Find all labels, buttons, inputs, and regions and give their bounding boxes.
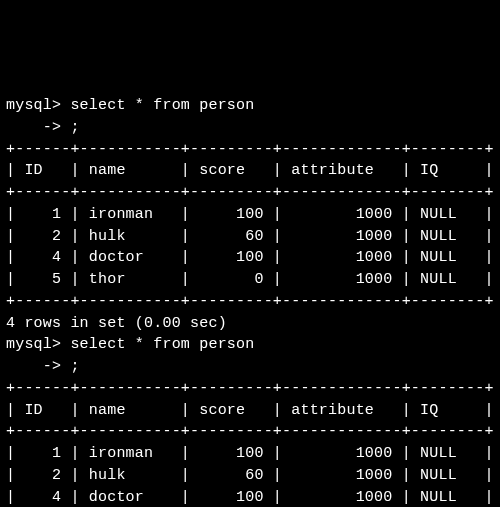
mysql-prompt: mysql> [6, 336, 70, 353]
table-border: +------+-----------+---------+----------… [6, 291, 494, 313]
sql-terminator: ; [70, 119, 79, 136]
table-header-row: | ID | name | score | attribute | IQ | [6, 160, 494, 182]
table-row: | 1 | ironman | 100 | 1000 | NULL | [6, 204, 494, 226]
table-border: +------+-----------+---------+----------… [6, 182, 494, 204]
table-row: | 2 | hulk | 60 | 1000 | NULL | [6, 465, 494, 487]
table-border: +------+-----------+---------+----------… [6, 378, 494, 400]
sql-continuation-line: -> ; [6, 117, 494, 139]
mysql-prompt: mysql> [6, 97, 70, 114]
table-row: | 2 | hulk | 60 | 1000 | NULL | [6, 226, 494, 248]
table-row: | 5 | thor | 0 | 1000 | NULL | [6, 269, 494, 291]
result-summary: 4 rows in set (0.00 sec) [6, 313, 494, 335]
table-border: +------+-----------+---------+----------… [6, 139, 494, 161]
sql-terminator: ; [70, 358, 79, 375]
mysql-terminal-output: mysql> select * from person -> ;+------+… [6, 95, 494, 507]
table-border: +------+-----------+---------+----------… [6, 421, 494, 443]
mysql-continuation-prompt: -> [6, 119, 70, 136]
table-row: | 4 | doctor | 100 | 1000 | NULL | [6, 487, 494, 508]
sql-statement: select * from person [70, 97, 254, 114]
table-row: | 4 | doctor | 100 | 1000 | NULL | [6, 247, 494, 269]
table-header-row: | ID | name | score | attribute | IQ | [6, 400, 494, 422]
mysql-continuation-prompt: -> [6, 358, 70, 375]
sql-continuation-line: -> ; [6, 356, 494, 378]
table-row: | 1 | ironman | 100 | 1000 | NULL | [6, 443, 494, 465]
sql-command-line: mysql> select * from person [6, 95, 494, 117]
sql-command-line: mysql> select * from person [6, 334, 494, 356]
sql-statement: select * from person [70, 336, 254, 353]
